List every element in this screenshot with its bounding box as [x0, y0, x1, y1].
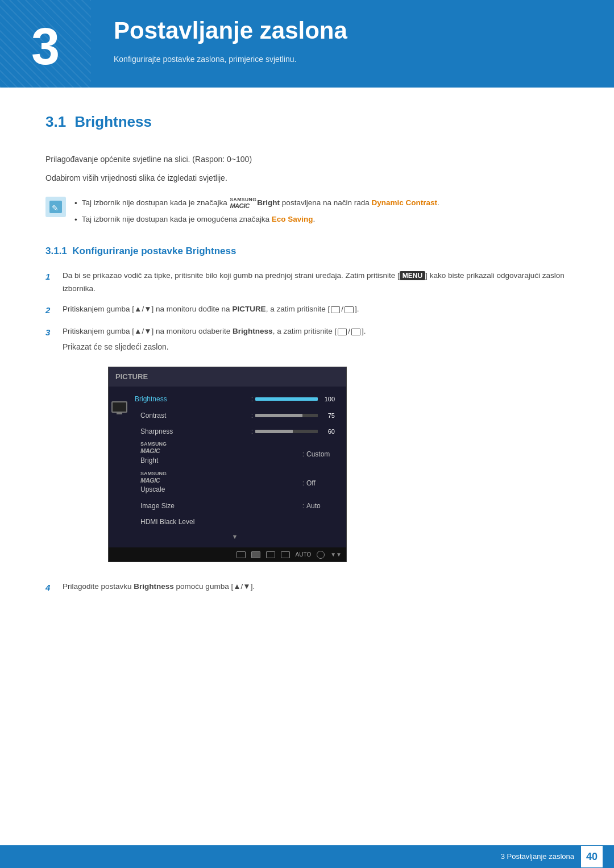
menu-item-magic-bright: SAMSUNGMAGICBright : Custom: [130, 439, 339, 468]
menu-item-name-hdmi-black: HDMI Black Level: [140, 516, 302, 528]
menu-items-list: Brightness : 100: [130, 391, 346, 543]
step-2: 2 Pritiskanjem gumba [▲/▼] na monitoru d…: [45, 303, 569, 317]
bottom-icon-2: [251, 551, 260, 558]
magic-upscale-value: Off: [306, 477, 335, 489]
page-footer: 3 Postavljanje zaslona 40: [0, 845, 614, 868]
menu-item-hdmi-black: HDMI Black Level: [130, 514, 339, 530]
menu-item-name-sharpness: Sharpness: [140, 426, 249, 437]
sharpness-value: 60: [321, 426, 335, 437]
square-icon-right-2: [351, 329, 360, 335]
step-content-2: Pritiskanjem gumba [▲/▼] na monitoru dođ…: [63, 303, 569, 316]
button-icons-2: /: [331, 303, 354, 316]
scroll-indicator: ▼: [130, 530, 339, 543]
sharpness-bar: 60: [255, 426, 335, 437]
sharpness-bar-track: [255, 430, 318, 433]
chapter-number: 3: [0, 0, 91, 88]
menu-item-name-brightness: Brightness: [135, 393, 249, 405]
brightness-bar: 100: [255, 394, 335, 405]
brightness-bar-track: [255, 397, 318, 401]
step-content-3: Pritiskanjem gumba [▲/▼] na monitoru oda…: [63, 325, 569, 572]
menu-item-name-image-size: Image Size: [140, 500, 300, 512]
square-icon-left: [331, 306, 340, 313]
contrast-bar-track: [255, 414, 318, 417]
chapter-title: Postavljanje zaslona: [114, 11, 347, 49]
square-icon-right: [345, 306, 354, 313]
subsection-311-title: 3.1.1 Konfiguriranje postavke Brightness: [45, 243, 569, 259]
bottom-icon-1: [237, 551, 246, 558]
menu-bottom-bar: AUTO ▼▼: [109, 547, 346, 562]
menu-item-magic-upscale: SAMSUNGMAGICUpscale : Off: [130, 469, 339, 498]
menu-item-contrast: Contrast : 75: [130, 408, 339, 423]
section-number: 3.1: [45, 113, 66, 130]
chapter-title-block: Postavljanje zaslona Konfigurirajte post…: [91, 0, 370, 77]
section-31-title: 3.1Brightness: [45, 110, 569, 139]
screenshot-container: PICTURE Brightness: [108, 367, 347, 562]
bottom-icon-4: [281, 551, 290, 558]
brightness-bar-fill: [255, 397, 318, 401]
bottom-icon-3: [266, 551, 275, 558]
step-1: 1 Da bi se prikazao vodič za tipke, prit…: [45, 269, 569, 296]
picture-menu: PICTURE Brightness: [108, 367, 347, 562]
chapter-subtitle: Konfigurirajte postavke zaslona, primjer…: [114, 53, 347, 65]
step-4: 4 Prilagodite postavku Brightness pomoću…: [45, 580, 569, 595]
menu-item-image-size: Image Size : Auto: [130, 498, 339, 514]
menu-item-name-magic-bright: SAMSUNGMAGICBright: [140, 442, 300, 466]
main-content: 3.1Brightness Prilagođavanje općenite sv…: [0, 105, 614, 637]
image-size-value: Auto: [306, 500, 335, 512]
sharpness-bar-fill: [255, 430, 293, 433]
desc1: Prilagođavanje općenite svjetline na sli…: [45, 153, 569, 167]
desc2: Odabirom viših vrijednosti slika će izgl…: [45, 172, 569, 185]
note-content: Taj izbornik nije dostupan kada je znača…: [74, 197, 569, 229]
menu-item-brightness: Brightness : 100: [130, 391, 339, 407]
step3-sub: Prikazat će se sljedeći zaslon.: [63, 340, 569, 354]
step-number-1: 1: [45, 269, 63, 284]
chapter-header: 3 Postavljanje zaslona Konfigurirajte po…: [0, 0, 614, 88]
menu-item-name-contrast: Contrast: [140, 410, 249, 421]
footer-page-number: 40: [581, 846, 603, 867]
note-text-2: Taj izbornik nije dostupan kada je omogu…: [82, 213, 316, 226]
menu-sidebar: [109, 391, 130, 543]
step-number-2: 2: [45, 303, 63, 317]
contrast-bar-fill: [255, 414, 302, 417]
bottom-arrows: ▼▼: [330, 550, 342, 559]
square-icon-left-2: [338, 329, 347, 335]
button-icons-3: /: [338, 325, 360, 338]
step-content-4: Prilagodite postavku Brightness pomoću g…: [63, 580, 569, 593]
step-3: 3 Pritiskanjem gumba [▲/▼] na monitoru o…: [45, 325, 569, 572]
menu-key: MENU: [400, 271, 425, 280]
power-icon: [317, 551, 325, 559]
step-number-3: 3: [45, 325, 63, 339]
note-icon: [45, 197, 66, 217]
menu-item-sharpness: Sharpness : 60: [130, 423, 339, 439]
note-text-1: Taj izbornik nije dostupan kada je znača…: [82, 197, 439, 209]
brightness-value: 100: [321, 394, 335, 405]
magic-bright-value: Custom: [306, 448, 335, 460]
contrast-bar: 75: [255, 410, 335, 421]
pencil-icon: [49, 201, 62, 213]
note-box: Taj izbornik nije dostupan kada je znača…: [45, 197, 569, 229]
menu-body: Brightness : 100: [109, 387, 346, 547]
menu-item-name-magic-upscale: SAMSUNGMAGICUpscale: [140, 471, 300, 496]
note-bullet-2: Taj izbornik nije dostupan kada je omogu…: [74, 213, 569, 226]
step-content-1: Da bi se prikazao vodič za tipke, pritis…: [63, 269, 569, 296]
note-bullet-1: Taj izbornik nije dostupan kada je znača…: [74, 197, 569, 210]
footer-chapter-label: 3 Postavljanje zaslona: [501, 851, 574, 863]
auto-label: AUTO: [296, 550, 312, 559]
step-number-4: 4: [45, 580, 63, 595]
menu-header: PICTURE: [109, 367, 346, 387]
contrast-value: 75: [321, 410, 335, 421]
